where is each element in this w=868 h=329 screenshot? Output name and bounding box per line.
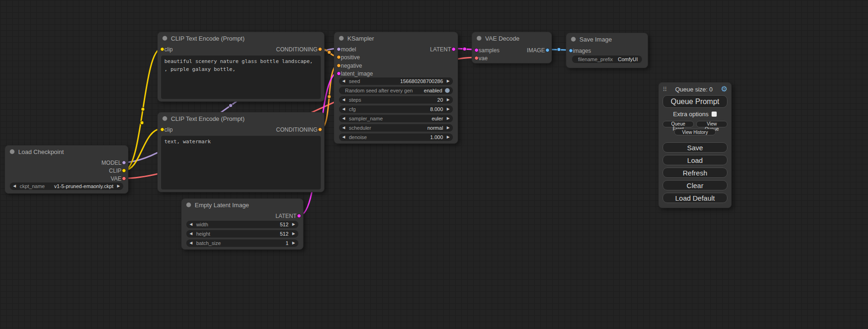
- slot-label: model: [341, 46, 356, 53]
- node-title-bar[interactable]: CLIP Text Encode (Prompt): [158, 112, 324, 125]
- refresh-button[interactable]: Refresh: [663, 168, 727, 178]
- collapse-dot-icon[interactable]: [162, 36, 167, 41]
- negative-prompt-textarea[interactable]: text, watermark: [161, 136, 321, 189]
- settings-gear-icon[interactable]: ⚙: [721, 85, 727, 93]
- widget-steps[interactable]: ◀ steps 20 ▶: [339, 96, 453, 104]
- collapse-dot-icon[interactable]: [477, 36, 481, 41]
- widget-seed[interactable]: ◀ seed 156680208700286 ▶: [339, 77, 453, 85]
- port-images-input[interactable]: [569, 49, 573, 53]
- node-clip-text-encode-positive[interactable]: CLIP Text Encode (Prompt) clip CONDITION…: [157, 32, 325, 102]
- toggle-knob[interactable]: [445, 88, 450, 93]
- port-latent-output[interactable]: [452, 47, 456, 51]
- node-graph-canvas[interactable]: Load Checkpoint MODEL CLIP VAE ◀ ckpt_na…: [0, 0, 868, 329]
- decrement-arrow-icon[interactable]: ◀: [342, 79, 345, 83]
- widget-sampler-name[interactable]: ◀ sampler_name euler ▶: [339, 115, 453, 122]
- slot-row: clip CONDITIONING: [158, 45, 324, 53]
- extra-options-checkbox[interactable]: [712, 112, 717, 117]
- queue-actions-row: Queue Front View Queue: [663, 121, 727, 127]
- collapse-dot-icon[interactable]: [162, 116, 167, 121]
- decrement-arrow-icon[interactable]: ◀: [342, 117, 345, 120]
- view-queue-button[interactable]: View Queue: [696, 121, 727, 127]
- node-title-bar[interactable]: Load Checkpoint: [5, 146, 128, 158]
- increment-arrow-icon[interactable]: ▶: [292, 241, 295, 245]
- widget-denoise[interactable]: ◀ denoise 1.000 ▶: [339, 133, 453, 141]
- decrement-arrow-icon[interactable]: ◀: [342, 107, 345, 111]
- port-latent-image-input[interactable]: [337, 71, 341, 76]
- port-vae-input[interactable]: [474, 56, 479, 60]
- port-clip-input[interactable]: [160, 47, 164, 51]
- increment-arrow-icon[interactable]: ▶: [447, 107, 450, 111]
- increment-arrow-icon[interactable]: ▶: [447, 117, 450, 120]
- port-clip-input[interactable]: [160, 127, 164, 132]
- port-clip-output[interactable]: [122, 168, 126, 173]
- port-model-input[interactable]: [337, 47, 341, 51]
- port-conditioning-output[interactable]: [318, 47, 322, 51]
- widget-scheduler[interactable]: ◀ scheduler normal ▶: [339, 124, 453, 132]
- input-slot-latent-image: latent_image: [334, 70, 458, 77]
- load-button[interactable]: Load: [663, 155, 727, 165]
- decrement-arrow-icon[interactable]: ◀: [13, 184, 16, 188]
- port-vae-output[interactable]: [122, 176, 126, 181]
- decrement-arrow-icon[interactable]: ◀: [342, 126, 345, 130]
- node-title: Load Checkpoint: [18, 148, 64, 155]
- widget-batch-size[interactable]: ◀ batch_size 1 ▶: [186, 239, 298, 247]
- collapse-dot-icon[interactable]: [571, 37, 576, 42]
- port-negative-input[interactable]: [337, 63, 341, 68]
- slot-label: CONDITIONING: [276, 126, 318, 133]
- node-clip-text-encode-negative[interactable]: CLIP Text Encode (Prompt) clip CONDITION…: [157, 112, 325, 192]
- decrement-arrow-icon[interactable]: ◀: [342, 98, 345, 102]
- node-title-bar[interactable]: VAE Decode: [472, 32, 551, 44]
- node-save-image[interactable]: Save Image images filename_prefix ComfyU…: [566, 33, 648, 68]
- node-ksampler[interactable]: KSampler model LATENT positive negative …: [334, 32, 458, 144]
- increment-arrow-icon[interactable]: ▶: [117, 184, 120, 188]
- load-default-button[interactable]: Load Default: [663, 193, 727, 203]
- widget-random-seed-toggle[interactable]: Random seed after every gen enabled: [339, 87, 453, 94]
- output-slot-vae: VAE: [5, 175, 128, 182]
- link-midpoint-dot: [141, 107, 145, 111]
- widget-ckpt-name[interactable]: ◀ ckpt_name v1-5-pruned-emaonly.ckpt ▶: [10, 182, 123, 190]
- widget-name: steps: [349, 97, 437, 103]
- increment-arrow-icon[interactable]: ▶: [292, 223, 295, 226]
- queue-front-button[interactable]: Queue Front: [663, 121, 694, 127]
- decrement-arrow-icon[interactable]: ◀: [190, 241, 192, 245]
- queue-panel: ⠿ Queue size: 0 ⚙ Queue Prompt Extra opt…: [658, 82, 732, 208]
- widget-height[interactable]: ◀ height 512 ▶: [186, 230, 298, 238]
- widget-cfg[interactable]: ◀ cfg 8.000 ▶: [339, 105, 453, 113]
- node-empty-latent-image[interactable]: Empty Latent Image LATENT ◀ width 512 ▶ …: [181, 198, 303, 250]
- node-title-bar[interactable]: Empty Latent Image: [182, 199, 303, 211]
- view-history-button[interactable]: View History: [674, 129, 716, 135]
- port-conditioning-output[interactable]: [318, 127, 322, 132]
- positive-prompt-textarea[interactable]: beautiful scenery nature glass bottle la…: [161, 56, 321, 99]
- decrement-arrow-icon[interactable]: ◀: [342, 135, 345, 139]
- port-latent-output[interactable]: [297, 214, 301, 218]
- increment-arrow-icon[interactable]: ▶: [447, 98, 450, 102]
- widget-value: 1: [286, 240, 289, 246]
- clear-button[interactable]: Clear: [663, 180, 727, 190]
- increment-arrow-icon[interactable]: ▶: [447, 135, 450, 139]
- node-title: Save Image: [579, 36, 612, 43]
- node-title-bar[interactable]: KSampler: [334, 32, 458, 44]
- node-title-bar[interactable]: CLIP Text Encode (Prompt): [158, 32, 324, 44]
- widget-name: width: [196, 222, 280, 227]
- node-title-bar[interactable]: Save Image: [566, 33, 648, 45]
- decrement-arrow-icon[interactable]: ◀: [190, 232, 192, 236]
- node-vae-decode[interactable]: VAE Decode samples IMAGE vae: [472, 32, 552, 63]
- decrement-arrow-icon[interactable]: ◀: [190, 223, 192, 226]
- slot-label: MODEL: [101, 160, 121, 166]
- widget-filename-prefix[interactable]: filename_prefix ComfyUI: [572, 56, 642, 63]
- drag-handle-icon[interactable]: ⠿: [663, 86, 667, 93]
- queue-prompt-button[interactable]: Queue Prompt: [663, 95, 727, 108]
- port-image-output[interactable]: [545, 48, 550, 52]
- port-model-output[interactable]: [122, 161, 126, 165]
- increment-arrow-icon[interactable]: ▶: [447, 126, 450, 130]
- increment-arrow-icon[interactable]: ▶: [292, 232, 295, 236]
- port-samples-input[interactable]: [474, 48, 479, 52]
- collapse-dot-icon[interactable]: [186, 203, 191, 207]
- save-button[interactable]: Save: [663, 142, 727, 153]
- widget-width[interactable]: ◀ width 512 ▶: [186, 221, 298, 228]
- node-load-checkpoint[interactable]: Load Checkpoint MODEL CLIP VAE ◀ ckpt_na…: [5, 145, 128, 194]
- collapse-dot-icon[interactable]: [10, 149, 14, 154]
- port-positive-input[interactable]: [337, 55, 341, 59]
- collapse-dot-icon[interactable]: [339, 36, 344, 41]
- increment-arrow-icon[interactable]: ▶: [447, 79, 450, 83]
